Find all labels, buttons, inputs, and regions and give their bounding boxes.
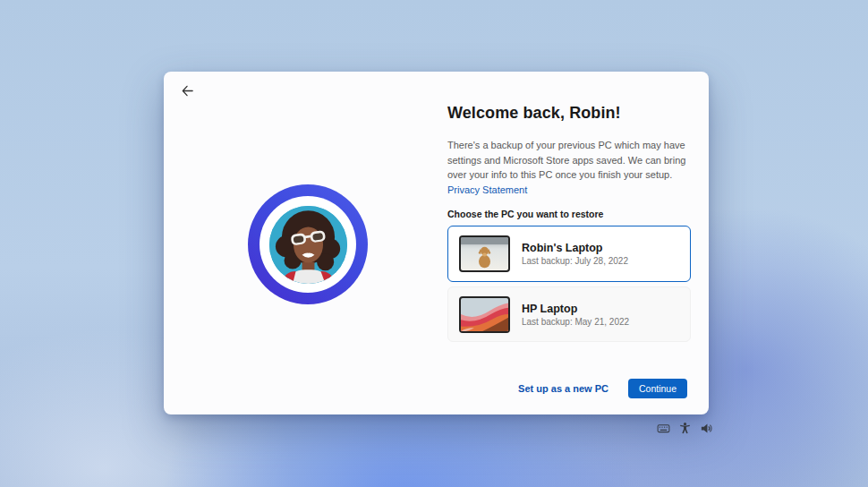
system-tray xyxy=(657,422,713,435)
laptop-thumbnail-frame xyxy=(459,296,510,333)
woman-portrait-illustration xyxy=(269,206,347,284)
avatar xyxy=(269,206,347,284)
setup-new-pc-link[interactable]: Set up as a new PC xyxy=(518,383,608,394)
volume-icon[interactable] xyxy=(700,422,713,435)
pc-last-backup: Last backup: May 21, 2022 xyxy=(522,317,629,327)
pc-option-hp-laptop[interactable]: HP Laptop Last backup: May 21, 2022 xyxy=(447,286,691,342)
accessibility-icon[interactable] xyxy=(678,422,692,435)
pc-name: Robin's Laptop xyxy=(522,242,628,254)
privacy-statement-link[interactable]: Privacy Statement xyxy=(447,184,527,195)
dialog-footer: Set up as a new PC Continue xyxy=(518,379,687,398)
laptop-thumbnail-frame xyxy=(459,235,510,272)
page-title: Welcome back, Robin! xyxy=(447,104,691,123)
back-button[interactable] xyxy=(176,80,198,101)
back-arrow-icon xyxy=(181,84,194,98)
pc-restore-list: Robin's Laptop Last backup: July 28, 202… xyxy=(447,226,691,342)
setup-dialog: Welcome back, Robin! There's a backup of… xyxy=(164,72,709,414)
pc-name: HP Laptop xyxy=(522,303,629,315)
choose-pc-label: Choose the PC you want to restore xyxy=(447,209,691,219)
body-text: There's a backup of your previous PC whi… xyxy=(447,138,691,197)
red-abstract-wallpaper-icon xyxy=(461,298,508,331)
pc-meta: HP Laptop Last backup: May 21, 2022 xyxy=(522,303,629,327)
pc-last-backup: Last backup: July 28, 2022 xyxy=(522,256,628,266)
continue-button[interactable]: Continue xyxy=(628,379,687,398)
backup-description: There's a backup of your previous PC whi… xyxy=(447,140,685,180)
avatar-inner-ring xyxy=(260,196,356,293)
keyboard-icon[interactable] xyxy=(657,422,670,435)
pc-option-robins-laptop[interactable]: Robin's Laptop Last backup: July 28, 202… xyxy=(447,226,691,282)
pc-meta: Robin's Laptop Last backup: July 28, 202… xyxy=(522,242,628,266)
dog-wallpaper-icon xyxy=(461,237,508,270)
dialog-content: Welcome back, Robin! There's a backup of… xyxy=(447,72,691,414)
user-avatar-ring xyxy=(248,184,368,304)
